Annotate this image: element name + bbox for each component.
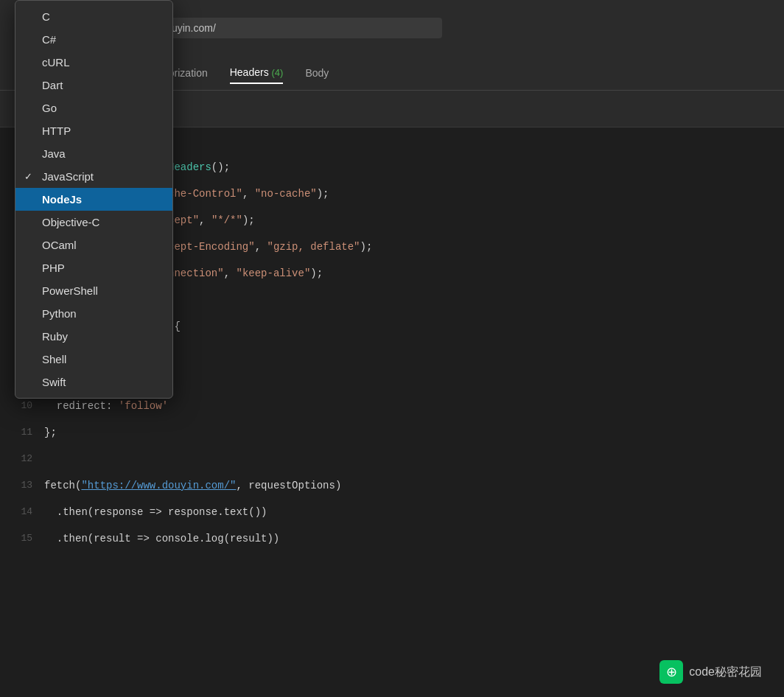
language-label: Ruby [42, 330, 68, 343]
language-label: Dart [42, 79, 63, 91]
line-number: 13 [0, 472, 44, 499]
line-content: }; [44, 419, 57, 446]
language-option[interactable]: HTTP [15, 119, 172, 142]
tab-headers[interactable]: Headers (4) [230, 62, 284, 84]
language-option[interactable]: C [15, 5, 172, 28]
language-option[interactable]: PowerShell [15, 279, 172, 302]
language-label: cURL [42, 56, 70, 69]
language-label: Objective-C [42, 216, 99, 228]
language-label: Go [42, 102, 57, 114]
language-label: OCaml [42, 239, 77, 251]
code-line: 13fetch("https://www.douyin.com/", reque… [0, 472, 784, 499]
language-label: Java [42, 147, 66, 160]
language-label: PHP [42, 262, 65, 274]
line-content: fetch("https://www.douyin.com/", request… [44, 472, 341, 499]
code-line: 15 .then(result => console.log(result)) [0, 525, 784, 552]
language-option[interactable]: Shell [15, 348, 172, 371]
language-label: HTTP [42, 125, 71, 137]
language-option[interactable]: Ruby [15, 325, 172, 348]
language-option[interactable]: cURL [15, 51, 172, 74]
wechat-icon: ⊕ [659, 660, 683, 684]
line-number: 11 [0, 419, 44, 446]
line-number: 15 [0, 525, 44, 552]
language-option[interactable]: Go [15, 97, 172, 119]
language-option[interactable]: Dart [15, 74, 172, 97]
check-mark-icon: ✓ [24, 171, 32, 182]
line-number: 12 [0, 446, 44, 472]
language-label: Swift [42, 376, 66, 388]
language-option[interactable]: OCaml [15, 234, 172, 256]
code-line: 14 .then(response => response.text()) [0, 499, 784, 525]
language-label: PowerShell [42, 284, 98, 297]
language-label: Python [42, 307, 77, 320]
language-option[interactable]: NodeJs [15, 188, 172, 211]
code-line: 12 [0, 446, 784, 472]
language-label: NodeJs [42, 193, 82, 206]
language-option[interactable]: Swift [15, 371, 172, 393]
language-option[interactable]: PHP [15, 256, 172, 279]
code-line: 11}; [0, 419, 784, 446]
line-content: .then(response => response.text()) [44, 499, 267, 525]
watermark-text: code秘密花园 [689, 665, 762, 680]
line-number: 14 [0, 499, 44, 525]
language-option[interactable]: Java [15, 142, 172, 165]
line-content: .then(result => console.log(result)) [44, 525, 279, 552]
language-label: C [42, 10, 50, 23]
watermark: ⊕ code秘密花园 [659, 660, 762, 684]
tab-body[interactable]: Body [305, 63, 329, 83]
language-option[interactable]: Python [15, 302, 172, 325]
language-dropdown: CC#cURLDartGoHTTPJava✓JavaScriptNodeJsOb… [15, 0, 173, 399]
language-option[interactable]: Objective-C [15, 211, 172, 234]
language-label: C# [42, 33, 56, 46]
language-option[interactable]: ✓JavaScript [15, 165, 172, 188]
language-label: Shell [42, 353, 66, 365]
language-option[interactable]: C# [15, 28, 172, 51]
language-label: JavaScript [42, 170, 94, 183]
